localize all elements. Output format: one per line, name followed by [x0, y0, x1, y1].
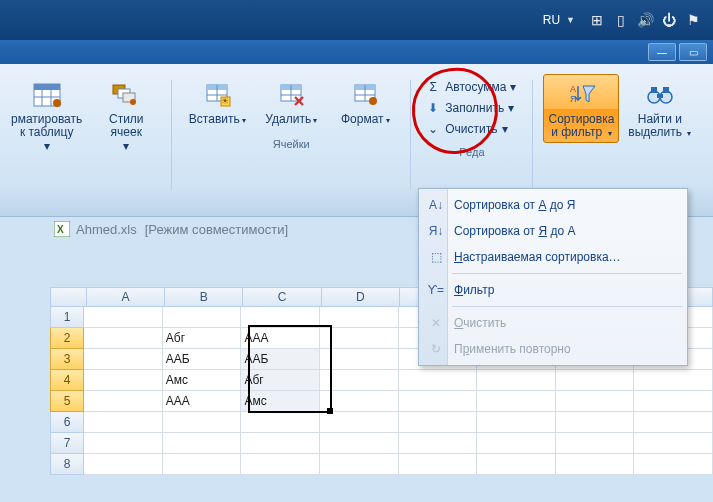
cell-D5[interactable]: [320, 391, 399, 412]
cell-H7[interactable]: [634, 433, 713, 454]
fill-button[interactable]: ⬇ Заполнить ▾: [421, 99, 520, 117]
chevron-down-icon: ▾: [44, 139, 50, 153]
cell-F8[interactable]: [477, 454, 556, 475]
cell-B1[interactable]: [163, 307, 242, 328]
row-header[interactable]: 1: [50, 307, 84, 328]
language-indicator[interactable]: RU: [543, 13, 560, 27]
cell-D2[interactable]: [320, 328, 399, 349]
cell-C3[interactable]: ААБ: [241, 349, 320, 370]
sort-filter-button[interactable]: АЯ Сортировка и фильтр ▾: [543, 74, 619, 143]
cell-B7[interactable]: [163, 433, 242, 454]
cell-B8[interactable]: [163, 454, 242, 475]
cell-G6[interactable]: [556, 412, 635, 433]
cell-G5[interactable]: [556, 391, 635, 412]
col-header[interactable]: A: [87, 287, 165, 307]
row-header[interactable]: 8: [50, 454, 84, 475]
cell-B4[interactable]: Амс: [163, 370, 242, 391]
autosum-button[interactable]: Σ Автосумма ▾: [421, 78, 520, 96]
cell-styles-button[interactable]: Стили ячеек▾: [91, 74, 161, 156]
cell-B5[interactable]: ААА: [163, 391, 242, 412]
cell-D1[interactable]: [320, 307, 399, 328]
cell-F6[interactable]: [477, 412, 556, 433]
col-header[interactable]: D: [322, 287, 400, 307]
maximize-button[interactable]: ▭: [679, 43, 707, 61]
cell-A4[interactable]: [84, 370, 163, 391]
chevron-down-icon: ▾: [502, 122, 508, 136]
cell-B6[interactable]: [163, 412, 242, 433]
cell-D3[interactable]: [320, 349, 399, 370]
cell-D8[interactable]: [320, 454, 399, 475]
flag-icon[interactable]: ⚑: [684, 12, 702, 28]
menu-sort-az[interactable]: А↓ Сортировка от А до Я: [422, 192, 684, 218]
row-header[interactable]: 7: [50, 433, 84, 454]
cell-F5[interactable]: [477, 391, 556, 412]
cell-D4[interactable]: [320, 370, 399, 391]
power-icon[interactable]: ⏻: [660, 12, 678, 28]
group-cells: ☀ Вставить▾ Удалить▾ Формат▾ Яч: [176, 74, 406, 150]
cell-C5[interactable]: Амс: [241, 391, 320, 412]
cell-E6[interactable]: [399, 412, 478, 433]
document-title: X Ahmed.xls [Режим совместимости]: [54, 221, 288, 237]
row-header[interactable]: 3: [50, 349, 84, 370]
cell-C7[interactable]: [241, 433, 320, 454]
menu-filter[interactable]: Ƴ= Фильтр: [422, 277, 684, 303]
custom-sort-icon: ⬚: [427, 250, 445, 264]
cell-A2[interactable]: [84, 328, 163, 349]
clear-button[interactable]: ⌄ Очистить ▾: [421, 120, 520, 138]
menu-sort-za[interactable]: Я↓ Сортировка от Я до А: [422, 218, 684, 244]
battery-icon[interactable]: ▯: [612, 12, 630, 28]
cell-C2[interactable]: ААА: [241, 328, 320, 349]
cell-A1[interactable]: [84, 307, 163, 328]
cell-B3[interactable]: ААБ: [163, 349, 242, 370]
cell-H4[interactable]: [634, 370, 713, 391]
row-header[interactable]: 4: [50, 370, 84, 391]
col-header[interactable]: C: [243, 287, 321, 307]
cell-A7[interactable]: [84, 433, 163, 454]
cell-C1[interactable]: [241, 307, 320, 328]
cell-E4[interactable]: [399, 370, 478, 391]
row-header[interactable]: 5: [50, 391, 84, 412]
cell-G7[interactable]: [556, 433, 635, 454]
find-select-button[interactable]: Найти и выделить ▾: [623, 74, 696, 143]
cell-A8[interactable]: [84, 454, 163, 475]
volume-icon[interactable]: 🔊: [636, 12, 654, 28]
delete-button[interactable]: Удалить▾: [256, 74, 326, 130]
format-button[interactable]: Формат▾: [330, 74, 400, 130]
cell-E8[interactable]: [399, 454, 478, 475]
format-as-table-button[interactable]: рматировать к таблицу▾: [6, 74, 87, 156]
select-all-corner[interactable]: [50, 287, 87, 307]
cell-A3[interactable]: [84, 349, 163, 370]
row-header[interactable]: 6: [50, 412, 84, 433]
cell-H6[interactable]: [634, 412, 713, 433]
cell-D6[interactable]: [320, 412, 399, 433]
sigma-icon: Σ: [425, 79, 441, 95]
delete-cells-icon: [275, 79, 307, 111]
insert-button[interactable]: ☀ Вставить▾: [182, 74, 252, 130]
grid-row: 4АмсАбг: [50, 370, 713, 391]
svg-point-9: [130, 99, 136, 105]
reapply-icon: ↻: [427, 342, 445, 356]
cell-F4[interactable]: [477, 370, 556, 391]
cell-G4[interactable]: [556, 370, 635, 391]
cell-H5[interactable]: [634, 391, 713, 412]
cell-F7[interactable]: [477, 433, 556, 454]
cell-E7[interactable]: [399, 433, 478, 454]
menu-custom-sort[interactable]: ⬚ Настраиваемая сортировка…: [422, 244, 684, 270]
chevron-down-icon: ▾: [242, 116, 246, 125]
sort-filter-icon: АЯ: [565, 79, 597, 111]
cell-G8[interactable]: [556, 454, 635, 475]
cell-E5[interactable]: [399, 391, 478, 412]
cell-C6[interactable]: [241, 412, 320, 433]
row-header[interactable]: 2: [50, 328, 84, 349]
col-header[interactable]: B: [165, 287, 243, 307]
cell-A6[interactable]: [84, 412, 163, 433]
windows-icon[interactable]: ⊞: [588, 12, 606, 28]
cell-C4[interactable]: Абг: [241, 370, 320, 391]
minimize-button[interactable]: —: [648, 43, 676, 61]
svg-text:А: А: [570, 84, 576, 94]
cell-B2[interactable]: Абг: [163, 328, 242, 349]
cell-A5[interactable]: [84, 391, 163, 412]
cell-H8[interactable]: [634, 454, 713, 475]
cell-C8[interactable]: [241, 454, 320, 475]
cell-D7[interactable]: [320, 433, 399, 454]
